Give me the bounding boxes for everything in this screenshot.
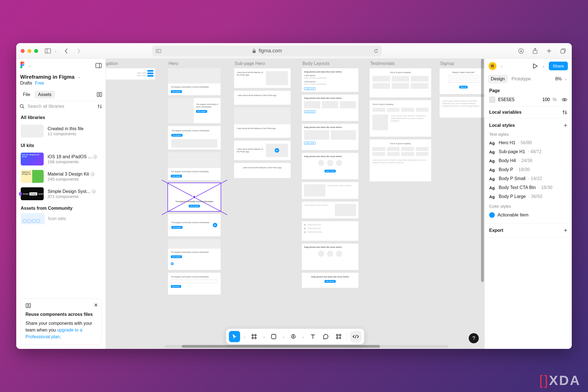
frame-body[interactable]: Snap photos and share like never before	[302, 244, 358, 270]
text-tool[interactable]	[307, 331, 319, 342]
present-icon[interactable]	[532, 63, 538, 69]
frame-body[interactable]: Check item one Check item two Check item…	[302, 221, 358, 241]
chevron-down-icon[interactable]: ⌄	[27, 64, 32, 67]
frame-body[interactable]: Snap photos and share like never before …	[302, 153, 358, 179]
frame-hero[interactable]: The largest community of photo enthusias…	[168, 239, 221, 270]
library-simple[interactable]: F Simple Design System Simple Design Sys…	[16, 185, 106, 202]
chevron-down-icon[interactable]: ⌄	[499, 64, 504, 68]
text-styles-label: Text styles	[489, 132, 567, 137]
tabs-icon[interactable]	[559, 47, 567, 55]
frame-subhero[interactable]: Learn about all the features of the Phot…	[234, 91, 291, 105]
collapse-panel-icon[interactable]	[95, 63, 102, 68]
figma-logo-icon[interactable]	[20, 62, 25, 69]
chevron-down-icon[interactable]: ⌄	[281, 335, 286, 339]
library-icon[interactable]	[97, 92, 102, 97]
canvas[interactable]: igation Hero The largest community of ph…	[106, 59, 484, 349]
search-input[interactable]	[27, 104, 94, 109]
community-thumb[interactable]	[21, 213, 45, 224]
frame-body[interactable]: Snap photos and share like never before …	[302, 68, 358, 92]
frame-signup[interactable]: Lorem ipsum dolor sit amet, consectetur …	[440, 97, 484, 118]
frame-hero-selected[interactable]: The largest community of photo enthusias…	[168, 183, 221, 211]
breadcrumb-drafts[interactable]: Drafts	[20, 81, 32, 86]
file-title[interactable]: Wireframing in Figma	[20, 74, 74, 80]
share-button[interactable]: Share	[549, 62, 568, 70]
frame-testimonial[interactable]: You're in good company. Lorem ipsum dolo…	[370, 100, 431, 137]
variables-settings-icon[interactable]	[562, 110, 567, 115]
move-tool[interactable]	[229, 331, 240, 342]
new-tab-icon[interactable]	[545, 47, 553, 55]
filter-icon[interactable]	[97, 104, 102, 109]
add-export-icon[interactable]: +	[564, 227, 567, 234]
text-style-item[interactable]: AgHero H1· 56/80	[489, 138, 567, 147]
frame-tool[interactable]	[249, 331, 260, 342]
frame-body[interactable]: Lorem ipsum dolor sit amet	[302, 202, 358, 218]
frame-subhero[interactable]: Learn about all the features of the Phot…	[234, 163, 291, 178]
frame-body[interactable]: Snap photos and share like never before …	[302, 273, 358, 288]
selection-handle[interactable]	[193, 195, 196, 199]
chevron-down-icon[interactable]: ⌄	[262, 335, 267, 339]
zoom-control[interactable]: 8%⌄	[555, 76, 568, 81]
text-style-item[interactable]: AgBody H4· 24/36	[489, 156, 567, 165]
frame-hero[interactable]: The largest community of photo enthusias…	[168, 126, 221, 150]
tab-design[interactable]: Design	[488, 75, 508, 83]
actions-tool[interactable]	[333, 331, 344, 342]
text-style-item[interactable]: AgBody Text CTA Btn· 18/30	[489, 183, 567, 192]
close-window[interactable]	[21, 49, 25, 53]
shape-tool[interactable]	[268, 331, 279, 342]
frame-subhero[interactable]: Learn about all the features of the Phot…	[234, 108, 291, 138]
color-style-item[interactable]: Actionable Item	[489, 210, 567, 220]
chevron-down-icon[interactable]: ⌄	[301, 335, 306, 339]
reload-icon[interactable]	[374, 48, 379, 53]
page-opacity[interactable]: 100	[542, 97, 550, 102]
library-ios[interactable]: iOS 18 and iPadOS ... 156 components	[16, 150, 106, 168]
chevron-down-icon[interactable]: ⌄	[77, 75, 82, 79]
frame-hero[interactable]: The largest community of photo enthusias…	[168, 273, 221, 295]
vertical-scrollbar[interactable]	[481, 59, 484, 345]
pen-tool[interactable]	[288, 331, 299, 342]
frame-testimonial[interactable]: You're in good company. Lorem ipsum dolo…	[370, 139, 431, 181]
tab-file[interactable]: File	[20, 91, 34, 99]
frame-subhero[interactable]: Learn about all the features of the Phot…	[234, 68, 291, 88]
text-style-item[interactable]: AgBody P Large· 36/50	[489, 192, 567, 201]
tab-prototype[interactable]: Prototype	[509, 75, 533, 83]
page-color-swatch[interactable]	[489, 97, 495, 103]
add-style-icon[interactable]: +	[564, 122, 567, 129]
maximize-window[interactable]	[34, 49, 38, 53]
frame-subhero[interactable]: Learn about all the features of the Phot…	[234, 141, 291, 160]
frame-signup[interactable]: Ready to take a free trial? Sign up	[440, 68, 484, 94]
back-button[interactable]	[62, 47, 71, 55]
tab-assets[interactable]: Assets	[35, 91, 55, 99]
share-icon[interactable]	[531, 47, 539, 55]
chevron-down-icon[interactable]: ⌄	[541, 64, 546, 68]
minimize-window[interactable]	[27, 49, 31, 53]
chevron-down-icon[interactable]: ⌄	[53, 49, 58, 53]
breadcrumb-free[interactable]: Free	[35, 81, 44, 86]
chevron-down-icon[interactable]: ⌄	[242, 335, 247, 339]
frame-nav[interactable]	[106, 68, 155, 80]
forward-button[interactable]	[74, 47, 83, 55]
frame-body[interactable]: Snap photos and share like never before …	[302, 124, 358, 150]
frame-body[interactable]: Snap photos and share like never before …	[302, 95, 358, 121]
url-bar[interactable]: figma.com	[152, 46, 382, 56]
help-button[interactable]: ?	[469, 333, 479, 343]
frame-hero[interactable]: The largest community of photo enthusias…	[168, 68, 221, 95]
library-created-in-file[interactable]: Created in this file 11 components	[16, 122, 106, 140]
comment-tool[interactable]	[320, 331, 332, 342]
download-icon[interactable]	[517, 47, 525, 55]
sidebar-toggle-icon[interactable]	[44, 47, 52, 55]
avatar[interactable]: R	[489, 62, 496, 70]
page-color-value[interactable]: E5E5E5	[498, 97, 515, 102]
close-icon[interactable]: ✕	[94, 302, 98, 309]
frame-body[interactable]: Lorem ipsum dolor sit amet	[302, 182, 358, 199]
frame-hero[interactable]: The largest community of photo enthusias…	[168, 98, 221, 123]
text-style-item[interactable]: AgBody P Small· 14/22	[489, 174, 567, 183]
frame-testimonial[interactable]: You're in good company.	[370, 68, 431, 97]
visibility-icon[interactable]	[562, 98, 567, 102]
dev-mode-toggle[interactable]	[350, 331, 361, 342]
text-style-item[interactable]: AgBody P· 18/30	[489, 165, 567, 174]
horizontal-scrollbar[interactable]	[165, 345, 448, 348]
frame-hero[interactable]: The largest community of photo enthusias…	[168, 214, 221, 236]
frame-hero[interactable]: The largest community of photo enthusias…	[168, 152, 221, 180]
text-style-item[interactable]: AgSub-page H1· 48/72	[489, 147, 567, 156]
library-material[interactable]: Material 3 Design Kit 245 components	[16, 168, 106, 185]
